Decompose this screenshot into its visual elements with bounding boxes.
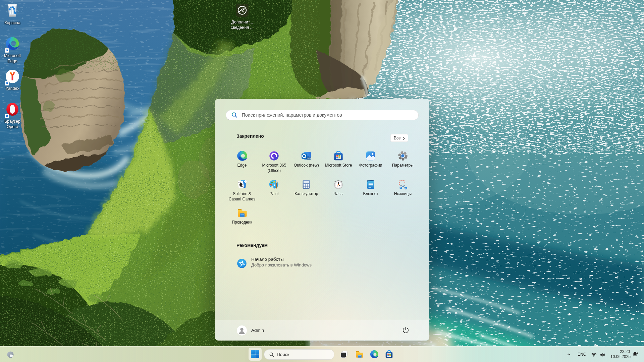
svg-text:NEW: NEW: [307, 157, 312, 159]
svg-text:z: z: [636, 351, 638, 354]
